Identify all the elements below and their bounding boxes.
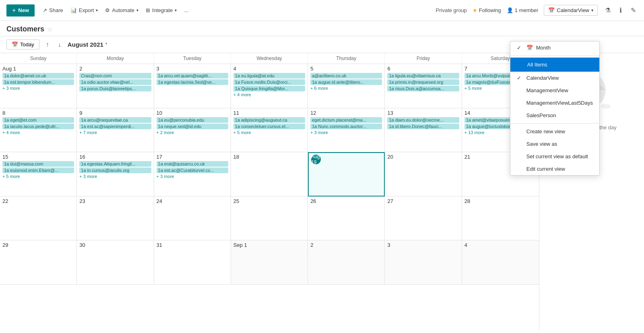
calendar-event[interactable]: 1a adipiscing@augueut.ca <box>233 117 305 123</box>
calendar-event[interactable]: 1a erat@quisarcu.co.uk <box>157 161 228 167</box>
integrate-button[interactable]: ⊞ Integrate ▾ <box>146 7 177 13</box>
month-year-label[interactable]: August 2021 ˅ <box>68 41 107 48</box>
calendar-event[interactable]: 1a consectetuer.cursus.et... <box>233 124 305 129</box>
calendar-event[interactable]: 1a dui@massa.com <box>2 161 74 167</box>
calendar-event[interactable]: Cras@non.com <box>79 73 151 79</box>
calendar-cell[interactable]: 131a diam.eu.dolor@necme...1a id.libero.… <box>385 108 462 153</box>
calendar-cell[interactable]: 29 <box>0 240 77 285</box>
calendar-cell[interactable]: 4 <box>462 240 539 285</box>
calendar-event[interactable]: 1a est.ac@Curabiturvel.co... <box>157 168 228 173</box>
calendar-event[interactable]: eget.dictum.placerat@ma... <box>310 117 382 123</box>
calendar-event[interactable]: 1a Nunc.commodo.auctor... <box>310 124 382 129</box>
calendar-cell[interactable]: 61a ligula.eu@vitaerisus.ca1a primis.in@… <box>385 64 462 108</box>
calendar-cell[interactable]: Aug 19 <box>308 152 385 196</box>
calendar-event[interactable]: 1a Quisque.fringilla@Mor... <box>233 86 305 91</box>
calendar-cell[interactable]: 151a dui@massa.com1a euismod.enim.Etiam@… <box>0 152 77 196</box>
calendar-event[interactable]: 1a arcu@nequevitae.ca <box>79 117 151 123</box>
following-button[interactable]: ★ Following <box>473 7 501 13</box>
calendar-event[interactable]: 1a diam.eu.dolor@necme... <box>387 117 459 123</box>
calendar-event[interactable]: 1a egestas.lacinia.Sed@ve... <box>157 79 228 85</box>
dropdown-all-items[interactable]: All Items <box>510 58 599 72</box>
filter-button[interactable]: ⚗ <box>603 5 612 16</box>
calendar-cell[interactable]: 20 <box>385 152 462 196</box>
calendar-event[interactable]: 1a odio.auctor.vitae@vel... <box>79 79 151 85</box>
calendar-cell[interactable]: 161a egestas.Aliquam.fringil...1a in.cur… <box>77 152 154 196</box>
calendar-cell[interactable]: 2Cras@non.com1a odio.auctor.vitae@vel...… <box>77 64 154 108</box>
dropdown-salesperson[interactable]: SalesPerson <box>510 109 599 122</box>
next-button[interactable]: ↓ <box>56 40 64 49</box>
calendar-event[interactable]: 1a eu.ligula@at.edu <box>233 73 305 79</box>
calendar-event[interactable]: a@aclibero.co.uk <box>310 73 382 79</box>
calendar-more[interactable]: + 5 more <box>233 130 305 135</box>
calendar-view-button[interactable]: 📅 CalendarView ▾ <box>544 5 598 16</box>
dropdown-edit-current[interactable]: Edit current view <box>510 163 599 175</box>
calendar-cell[interactable]: 23 <box>77 196 154 241</box>
calendar-more[interactable]: + 3 more <box>310 130 382 135</box>
dropdown-management-view[interactable]: ManagementView <box>510 84 599 97</box>
dropdown-save-view-as[interactable]: Save view as <box>510 138 599 150</box>
calendar-cell[interactable]: 2 <box>308 240 385 285</box>
calendar-cell[interactable]: 12eget.dictum.placerat@ma...1a Nunc.comm… <box>308 108 385 153</box>
calendar-more[interactable]: + 5 more <box>2 174 74 179</box>
info-button[interactable]: ℹ <box>618 5 623 16</box>
today-button[interactable]: 📅 Today <box>6 39 39 50</box>
calendar-cell[interactable]: 3 <box>385 240 462 285</box>
calendar-cell[interactable]: Aug 11a dolor@amet.co.uk1a est.tempor.bi… <box>0 64 77 108</box>
calendar-event[interactable]: 1a purus.Duis@laoreetips... <box>79 86 151 91</box>
calendar-cell[interactable]: 81a eget@et.com1a iaculis.lacus.pede@ult… <box>0 108 77 153</box>
calendar-event[interactable]: 1a eu@perconubia.edu <box>157 117 228 123</box>
automate-button[interactable]: ⚙ Automate ▾ <box>105 7 138 13</box>
calendar-cell[interactable]: 18 <box>231 152 308 196</box>
calendar-cell[interactable]: 31 <box>154 240 231 285</box>
more-button[interactable]: ... <box>184 7 188 13</box>
calendar-cell[interactable]: 24 <box>154 196 231 241</box>
calendar-cell[interactable]: 27 <box>385 196 462 241</box>
calendar-event[interactable]: 1a neque.sed@id.edu <box>157 124 228 129</box>
new-button[interactable]: + New <box>6 4 35 17</box>
export-button[interactable]: 📊 Export ▾ <box>70 7 98 13</box>
prev-button[interactable]: ↑ <box>43 40 52 49</box>
calendar-cell[interactable]: 26 <box>308 196 385 241</box>
calendar-event[interactable]: 1a augue.id.ante@libero... <box>310 79 382 85</box>
calendar-cell[interactable]: 5a@aclibero.co.uk1a augue.id.ante@libero… <box>308 64 385 108</box>
dropdown-set-default[interactable]: Set current view as default <box>510 150 599 163</box>
calendar-more[interactable]: + 6 more <box>310 86 382 91</box>
calendar-event[interactable]: 1a in.cursus@iaculis.org <box>79 168 151 173</box>
dropdown-management-view-last5[interactable]: ManagementViewLast5Days <box>510 97 599 109</box>
calendar-cell[interactable]: 41a eu.ligula@at.edu1a Fusce.mollis.Duis… <box>231 64 308 108</box>
calendar-cell[interactable]: 31a arcu.vel.quam@sagitti...1a egestas.l… <box>154 64 231 108</box>
calendar-cell[interactable]: 28 <box>462 196 539 241</box>
calendar-cell[interactable]: 22 <box>0 196 77 241</box>
calendar-cell[interactable]: 111a adipiscing@augueut.ca1a consectetue… <box>231 108 308 153</box>
calendar-more[interactable]: + 3 more <box>2 86 74 91</box>
calendar-event[interactable]: 1a iaculis.lacus.pede@ultr... <box>2 124 74 129</box>
calendar-event[interactable]: 1a id.libero.Donec@fauci... <box>387 124 459 129</box>
calendar-event[interactable]: 1a Fusce.mollis.Duis@orci... <box>233 79 305 85</box>
calendar-event[interactable]: 1a est.tempor.bibendum... <box>2 79 74 85</box>
favorite-star-icon[interactable]: ☆ <box>47 26 53 33</box>
calendar-event[interactable]: 1a ligula.eu@vitaerisus.ca <box>387 73 459 79</box>
calendar-event[interactable]: 1a primis.in@nequesed.org <box>387 79 459 85</box>
calendar-cell[interactable]: 25 <box>231 196 308 241</box>
calendar-cell[interactable]: 30 <box>77 240 154 285</box>
calendar-more[interactable]: + 7 more <box>79 130 151 135</box>
share-button[interactable]: ↗ Share <box>43 7 63 13</box>
calendar-event[interactable]: 1a eget@et.com <box>2 117 74 123</box>
calendar-event[interactable]: 1a egestas.Aliquam.fringil... <box>79 161 151 167</box>
calendar-event[interactable]: 1a risus.Duis.a@accumsa... <box>387 86 459 91</box>
calendar-more[interactable]: + 3 more <box>157 174 228 179</box>
calendar-more[interactable]: + 4 more <box>233 92 305 97</box>
dropdown-create-new-view[interactable]: Create new view <box>510 125 599 138</box>
calendar-event[interactable]: 1a est.ac@sapienimperdi... <box>79 124 151 129</box>
calendar-cell[interactable]: 101a eu@perconubia.edu1a neque.sed@id.ed… <box>154 108 231 153</box>
dropdown-calendar-view[interactable]: ✓ CalendarView <box>510 72 599 84</box>
calendar-event[interactable]: 1a dolor@amet.co.uk <box>2 73 74 79</box>
calendar-cell[interactable]: Sep 1 <box>231 240 308 285</box>
calendar-cell[interactable]: 91a arcu@nequevitae.ca1a est.ac@sapienim… <box>77 108 154 153</box>
calendar-more[interactable]: + 4 more <box>2 130 74 135</box>
calendar-cell[interactable]: 171a erat@quisarcu.co.uk1a est.ac@Curabi… <box>154 152 231 196</box>
edit-button[interactable]: ✎ <box>629 5 638 16</box>
dropdown-month-item[interactable]: ✓ 📅 Month <box>510 41 599 54</box>
calendar-event[interactable]: 1a arcu.vel.quam@sagitti... <box>157 73 228 79</box>
calendar-more[interactable]: + 2 more <box>157 130 228 135</box>
